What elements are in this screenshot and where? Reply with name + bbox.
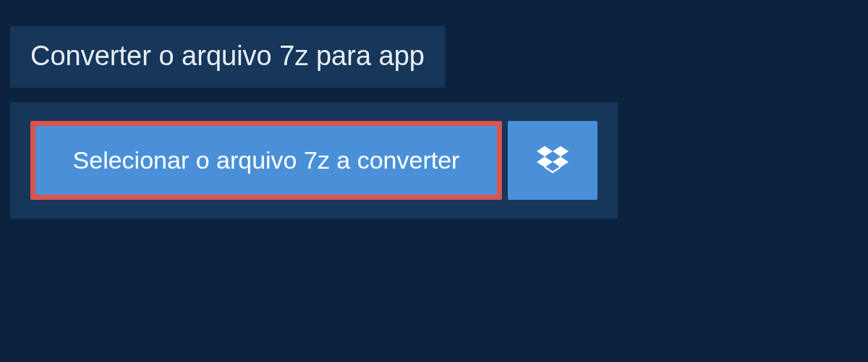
page-title: Converter o arquivo 7z para app	[10, 26, 445, 88]
dropbox-icon	[537, 143, 569, 177]
upload-panel: Selecionar o arquivo 7z a converter	[10, 102, 618, 219]
select-file-button[interactable]: Selecionar o arquivo 7z a converter	[30, 121, 502, 200]
dropbox-button[interactable]	[508, 121, 597, 200]
